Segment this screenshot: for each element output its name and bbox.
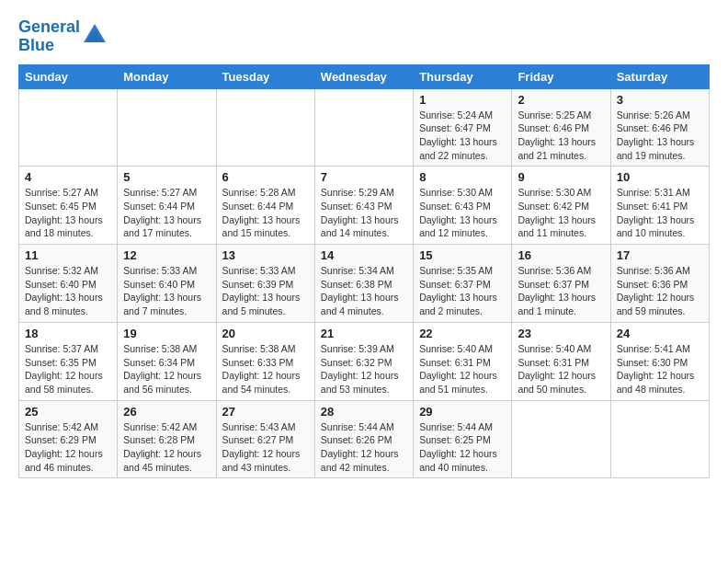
calendar-day-cell	[512, 400, 610, 478]
day-number: 4	[25, 170, 111, 184]
day-number: 16	[518, 248, 604, 262]
day-of-week-header: Thursday	[414, 64, 512, 88]
day-detail: Sunrise: 5:40 AM Sunset: 6:31 PM Dayligh…	[518, 342, 604, 396]
calendar-day-cell: 18Sunrise: 5:37 AM Sunset: 6:35 PM Dayli…	[19, 322, 118, 400]
day-number: 2	[518, 93, 604, 107]
calendar-day-cell: 9Sunrise: 5:30 AM Sunset: 6:42 PM Daylig…	[512, 167, 610, 245]
day-detail: Sunrise: 5:34 AM Sunset: 6:38 PM Dayligh…	[321, 264, 407, 318]
day-detail: Sunrise: 5:43 AM Sunset: 6:27 PM Dayligh…	[222, 420, 309, 475]
day-number: 13	[222, 248, 309, 262]
logo: GeneralBlue	[18, 18, 108, 55]
day-number: 12	[123, 248, 210, 262]
day-detail: Sunrise: 5:27 AM Sunset: 6:45 PM Dayligh…	[25, 186, 111, 240]
day-number: 11	[25, 248, 111, 262]
day-detail: Sunrise: 5:28 AM Sunset: 6:44 PM Dayligh…	[222, 186, 309, 240]
calendar-day-cell	[19, 88, 118, 167]
day-detail: Sunrise: 5:30 AM Sunset: 6:42 PM Dayligh…	[518, 186, 604, 240]
day-number: 1	[419, 93, 506, 107]
day-number: 28	[321, 405, 407, 419]
calendar-day-cell	[216, 88, 314, 167]
day-number: 24	[617, 327, 703, 340]
calendar-day-cell: 3Sunrise: 5:26 AM Sunset: 6:46 PM Daylig…	[610, 88, 709, 167]
calendar-day-cell: 16Sunrise: 5:36 AM Sunset: 6:37 PM Dayli…	[512, 245, 610, 323]
day-number: 23	[518, 327, 604, 340]
day-number: 27	[222, 405, 309, 419]
day-detail: Sunrise: 5:27 AM Sunset: 6:44 PM Dayligh…	[123, 186, 210, 240]
calendar-day-cell: 2Sunrise: 5:25 AM Sunset: 6:46 PM Daylig…	[512, 88, 610, 167]
day-number: 6	[222, 170, 309, 184]
calendar-day-cell: 12Sunrise: 5:33 AM Sunset: 6:40 PM Dayli…	[118, 245, 216, 323]
calendar-day-cell: 11Sunrise: 5:32 AM Sunset: 6:40 PM Dayli…	[19, 245, 118, 323]
calendar-table: SundayMondayTuesdayWednesdayThursdayFrid…	[18, 64, 710, 479]
day-of-week-header: Sunday	[19, 64, 118, 88]
calendar-day-cell: 14Sunrise: 5:34 AM Sunset: 6:38 PM Dayli…	[314, 245, 413, 323]
day-number: 26	[123, 405, 210, 419]
calendar-day-cell: 8Sunrise: 5:30 AM Sunset: 6:43 PM Daylig…	[414, 167, 512, 245]
calendar-day-cell	[314, 88, 413, 167]
calendar-day-cell: 17Sunrise: 5:36 AM Sunset: 6:36 PM Dayli…	[610, 245, 709, 323]
day-number: 15	[419, 248, 506, 262]
calendar-day-cell: 27Sunrise: 5:43 AM Sunset: 6:27 PM Dayli…	[216, 400, 314, 478]
day-detail: Sunrise: 5:41 AM Sunset: 6:30 PM Dayligh…	[617, 342, 703, 396]
day-number: 9	[518, 170, 604, 184]
day-number: 10	[617, 170, 703, 184]
calendar-day-cell: 21Sunrise: 5:39 AM Sunset: 6:32 PM Dayli…	[314, 322, 413, 400]
day-number: 22	[419, 327, 506, 340]
calendar-day-cell: 13Sunrise: 5:33 AM Sunset: 6:39 PM Dayli…	[216, 245, 314, 323]
calendar-day-cell: 20Sunrise: 5:38 AM Sunset: 6:33 PM Dayli…	[216, 322, 314, 400]
day-number: 18	[25, 327, 111, 340]
day-detail: Sunrise: 5:44 AM Sunset: 6:26 PM Dayligh…	[321, 420, 407, 475]
calendar-day-cell: 1Sunrise: 5:24 AM Sunset: 6:47 PM Daylig…	[414, 88, 512, 167]
calendar-day-cell: 10Sunrise: 5:31 AM Sunset: 6:41 PM Dayli…	[610, 167, 709, 245]
day-of-week-header: Tuesday	[216, 64, 314, 88]
day-detail: Sunrise: 5:38 AM Sunset: 6:34 PM Dayligh…	[123, 342, 210, 396]
day-detail: Sunrise: 5:42 AM Sunset: 6:28 PM Dayligh…	[123, 420, 210, 475]
day-detail: Sunrise: 5:25 AM Sunset: 6:46 PM Dayligh…	[518, 109, 604, 163]
calendar-header-row: SundayMondayTuesdayWednesdayThursdayFrid…	[19, 64, 710, 88]
calendar-day-cell: 29Sunrise: 5:44 AM Sunset: 6:25 PM Dayli…	[414, 400, 512, 478]
day-detail: Sunrise: 5:24 AM Sunset: 6:47 PM Dayligh…	[419, 109, 506, 163]
calendar-week-row: 4Sunrise: 5:27 AM Sunset: 6:45 PM Daylig…	[19, 167, 710, 245]
calendar-week-row: 25Sunrise: 5:42 AM Sunset: 6:29 PM Dayli…	[19, 400, 710, 478]
day-number: 8	[419, 170, 506, 184]
day-detail: Sunrise: 5:29 AM Sunset: 6:43 PM Dayligh…	[321, 186, 407, 240]
calendar-day-cell: 25Sunrise: 5:42 AM Sunset: 6:29 PM Dayli…	[19, 400, 118, 478]
day-detail: Sunrise: 5:38 AM Sunset: 6:33 PM Dayligh…	[222, 342, 309, 396]
day-number: 17	[617, 248, 703, 262]
day-detail: Sunrise: 5:33 AM Sunset: 6:40 PM Dayligh…	[123, 264, 210, 318]
day-detail: Sunrise: 5:32 AM Sunset: 6:40 PM Dayligh…	[25, 264, 111, 318]
day-number: 14	[321, 248, 407, 262]
day-detail: Sunrise: 5:31 AM Sunset: 6:41 PM Dayligh…	[617, 186, 703, 240]
logo-text: GeneralBlue	[18, 18, 80, 55]
day-detail: Sunrise: 5:36 AM Sunset: 6:37 PM Dayligh…	[518, 264, 604, 318]
day-of-week-header: Monday	[118, 64, 216, 88]
day-detail: Sunrise: 5:37 AM Sunset: 6:35 PM Dayligh…	[25, 342, 111, 396]
day-of-week-header: Friday	[512, 64, 610, 88]
day-of-week-header: Wednesday	[314, 64, 413, 88]
calendar-day-cell: 19Sunrise: 5:38 AM Sunset: 6:34 PM Dayli…	[118, 322, 216, 400]
calendar-week-row: 11Sunrise: 5:32 AM Sunset: 6:40 PM Dayli…	[19, 245, 710, 323]
calendar-week-row: 18Sunrise: 5:37 AM Sunset: 6:35 PM Dayli…	[19, 322, 710, 400]
day-detail: Sunrise: 5:30 AM Sunset: 6:43 PM Dayligh…	[419, 186, 506, 240]
calendar-day-cell	[610, 400, 709, 478]
day-detail: Sunrise: 5:44 AM Sunset: 6:25 PM Dayligh…	[419, 420, 506, 475]
day-detail: Sunrise: 5:26 AM Sunset: 6:46 PM Dayligh…	[617, 109, 703, 163]
day-detail: Sunrise: 5:33 AM Sunset: 6:39 PM Dayligh…	[222, 264, 309, 318]
calendar-day-cell: 5Sunrise: 5:27 AM Sunset: 6:44 PM Daylig…	[118, 167, 216, 245]
day-number: 25	[25, 405, 111, 419]
calendar-day-cell: 23Sunrise: 5:40 AM Sunset: 6:31 PM Dayli…	[512, 322, 610, 400]
day-number: 21	[321, 327, 407, 340]
calendar-day-cell	[118, 88, 216, 167]
calendar-day-cell: 22Sunrise: 5:40 AM Sunset: 6:31 PM Dayli…	[414, 322, 512, 400]
calendar-day-cell: 24Sunrise: 5:41 AM Sunset: 6:30 PM Dayli…	[610, 322, 709, 400]
logo-icon	[82, 22, 108, 48]
calendar-day-cell: 28Sunrise: 5:44 AM Sunset: 6:26 PM Dayli…	[314, 400, 413, 478]
day-detail: Sunrise: 5:39 AM Sunset: 6:32 PM Dayligh…	[321, 342, 407, 396]
calendar-day-cell: 15Sunrise: 5:35 AM Sunset: 6:37 PM Dayli…	[414, 245, 512, 323]
calendar-day-cell: 4Sunrise: 5:27 AM Sunset: 6:45 PM Daylig…	[19, 167, 118, 245]
day-number: 20	[222, 327, 309, 340]
day-number: 7	[321, 170, 407, 184]
day-of-week-header: Saturday	[610, 64, 709, 88]
day-number: 3	[617, 93, 703, 107]
calendar-day-cell: 7Sunrise: 5:29 AM Sunset: 6:43 PM Daylig…	[314, 167, 413, 245]
